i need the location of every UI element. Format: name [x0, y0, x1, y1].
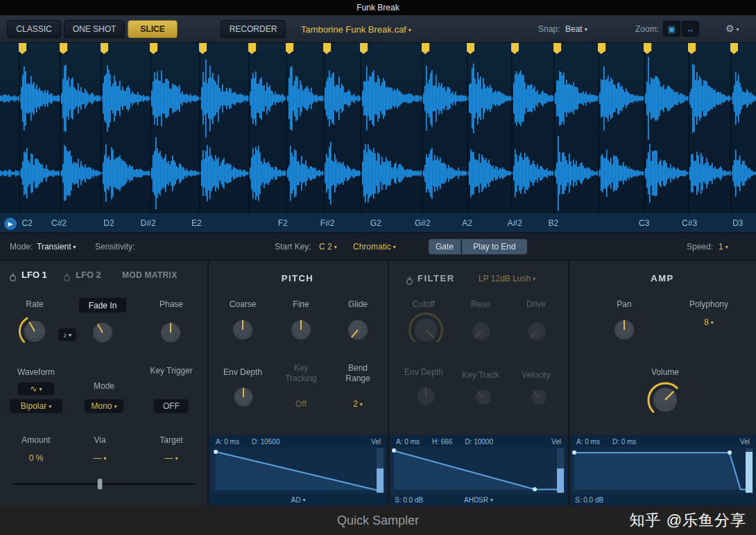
pitch-envelope-display[interactable]: A: 0 ms D: 10500 Vel AD▾ — [209, 435, 387, 506]
slice-marker[interactable] — [467, 43, 474, 51]
key-label[interactable]: G#2 — [415, 218, 431, 228]
gate-button[interactable]: Gate — [429, 239, 461, 254]
envelope-mode-select[interactable]: AD▾ — [291, 496, 306, 504]
tab-slice[interactable]: SLICE — [128, 20, 178, 38]
envelope-mode-select[interactable]: AHDSR▾ — [464, 496, 493, 504]
filter-type-select[interactable]: LP 12dB Lush▾ — [479, 274, 565, 283]
envelope-node[interactable] — [214, 450, 218, 454]
tab-classic[interactable]: CLASSIC — [7, 20, 61, 38]
key-label[interactable]: A2 — [462, 218, 472, 228]
envelope-node[interactable] — [728, 450, 732, 455]
tab-lfo1[interactable]: LFO 1 — [22, 270, 47, 280]
key-label[interactable]: F2 — [278, 218, 288, 228]
lfo2-power-button[interactable] — [64, 271, 70, 283]
zoom-fit-button[interactable]: ↔ — [682, 21, 699, 37]
lfo-fade-knob[interactable] — [87, 317, 118, 348]
velocity-meter[interactable] — [377, 448, 384, 493]
lfo-sync-toggle[interactable]: ♪▾ — [58, 328, 76, 341]
pan-knob[interactable] — [609, 315, 639, 345]
zoom-selection-button[interactable]: ▣ — [663, 21, 680, 37]
coarse-knob[interactable] — [227, 315, 258, 345]
snap-select[interactable]: Beat▾ — [565, 24, 587, 34]
slice-marker[interactable] — [150, 43, 157, 51]
slice-marker[interactable] — [286, 43, 293, 51]
lfo-amount-slider-handle[interactable] — [97, 478, 103, 490]
key-label[interactable]: C3 — [639, 218, 649, 228]
key-label[interactable]: D#2 — [141, 218, 156, 228]
lfo-amount-value[interactable]: 0 % — [17, 453, 55, 464]
slice-marker[interactable] — [511, 43, 519, 51]
key-label[interactable]: D3 — [732, 218, 743, 228]
slice-marker[interactable] — [199, 43, 207, 51]
fine-knob[interactable] — [286, 315, 316, 345]
key-tracking-select[interactable]: Off — [279, 399, 323, 410]
slice-marker[interactable] — [360, 43, 368, 51]
lfo-phase-knob[interactable] — [155, 317, 186, 348]
key-label[interactable]: D2 — [103, 218, 114, 228]
lfo-target-select[interactable]: —▾ — [151, 453, 191, 464]
lfo-mode-select[interactable]: Mono▾ — [85, 399, 123, 413]
mode-select[interactable]: Transient▾ — [37, 242, 76, 252]
cutoff-knob[interactable] — [408, 312, 444, 348]
key-label[interactable]: G2 — [370, 218, 381, 228]
slice-marker[interactable] — [19, 43, 26, 51]
bend-range-select[interactable]: 2▾ — [336, 399, 380, 410]
sample-filename[interactable]: Tamborine Funk Break.caf▾ — [301, 24, 411, 35]
slice-marker[interactable] — [598, 43, 605, 51]
key-label[interactable]: F#2 — [320, 218, 335, 228]
lfo-amount-slider-track[interactable] — [12, 483, 196, 485]
keyboard-scroll-button[interactable]: ▶ — [4, 218, 17, 230]
amp-envelope-graph[interactable] — [571, 447, 755, 494]
slice-marker[interactable] — [644, 43, 651, 51]
tab-mod-matrix[interactable]: MOD MATRIX — [122, 270, 177, 280]
tab-lfo2[interactable]: LFO 2 — [76, 270, 101, 280]
lfo-via-select[interactable]: —▾ — [85, 453, 115, 464]
settings-button[interactable]: ⚙▾ — [725, 23, 739, 34]
glide-knob[interactable] — [343, 315, 373, 345]
filter-envelope-display[interactable]: A: 0 ms H: 666 D: 10000 Vel S: 0.0 dB AH… — [390, 435, 567, 506]
velocity-meter[interactable] — [557, 448, 564, 493]
pitch-envelope-graph[interactable] — [210, 447, 386, 494]
key-label[interactable]: C#2 — [51, 218, 67, 228]
envelope-node[interactable] — [392, 448, 396, 453]
filter-env-depth-knob[interactable] — [412, 383, 440, 410]
key-label[interactable]: C#3 — [682, 218, 697, 228]
slice-marker[interactable] — [730, 43, 738, 51]
amp-envelope-display[interactable]: A: 0 ms D: 0 ms Vel S: 0.0 dB — [570, 435, 756, 506]
key-label[interactable]: E2 — [191, 218, 202, 228]
drive-knob[interactable] — [523, 317, 551, 345]
key-mapping-select[interactable]: Chromatic▾ — [353, 242, 396, 252]
filter-key-track-knob[interactable] — [472, 385, 495, 409]
slice-marker[interactable] — [101, 43, 108, 51]
filter-power-button[interactable] — [406, 274, 413, 287]
start-key-select[interactable]: C 2▾ — [319, 242, 337, 252]
lfo-polarity-select[interactable]: Bipolar▾ — [10, 399, 62, 413]
filter-envelope-graph[interactable] — [390, 447, 567, 494]
tab-one-shot[interactable]: ONE SHOT — [64, 20, 125, 38]
waveform-canvas[interactable] — [0, 43, 756, 213]
lfo-rate-knob[interactable] — [18, 315, 51, 348]
envelope-node[interactable] — [572, 450, 576, 455]
pitch-env-depth-knob[interactable] — [229, 383, 258, 412]
slice-marker[interactable] — [553, 43, 561, 51]
slice-marker[interactable] — [248, 43, 256, 51]
reso-knob[interactable] — [467, 317, 495, 345]
lfo-fade-mode-button[interactable]: Fade In — [79, 298, 126, 313]
slice-marker[interactable] — [323, 43, 331, 51]
filter-velocity-knob[interactable] — [527, 385, 551, 409]
velocity-meter[interactable] — [746, 448, 753, 493]
speed-select[interactable]: 1▾ — [719, 242, 728, 252]
lfo1-power-button[interactable] — [10, 271, 16, 283]
waveform-display[interactable] — [0, 43, 756, 213]
volume-knob[interactable] — [646, 381, 684, 419]
lfo-key-trigger-toggle[interactable]: OFF — [154, 399, 189, 413]
key-label[interactable]: A#2 — [508, 218, 522, 228]
slice-marker[interactable] — [60, 43, 67, 51]
slice-marker[interactable] — [422, 43, 429, 51]
slice-marker[interactable] — [688, 43, 696, 51]
play-to-end-button[interactable]: Play to End — [462, 239, 527, 254]
polyphony-select[interactable]: 8▾ — [677, 317, 741, 328]
key-label[interactable]: C2 — [22, 218, 33, 228]
lfo-waveform-select[interactable]: ∿▾ — [18, 383, 54, 395]
envelope-node[interactable] — [533, 487, 537, 491]
